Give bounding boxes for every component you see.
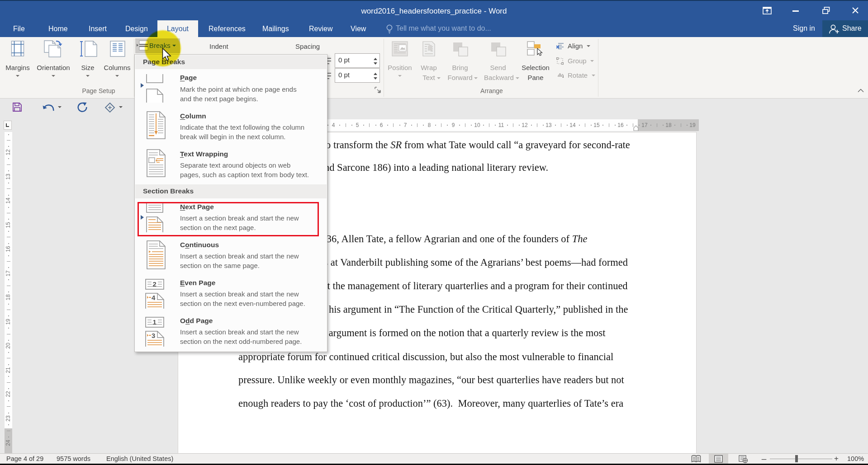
svg-text:3: 3 (152, 332, 155, 339)
svg-text:1: 1 (153, 318, 157, 326)
svg-text:2: 2 (153, 280, 157, 288)
svg-text:4: 4 (152, 294, 156, 301)
